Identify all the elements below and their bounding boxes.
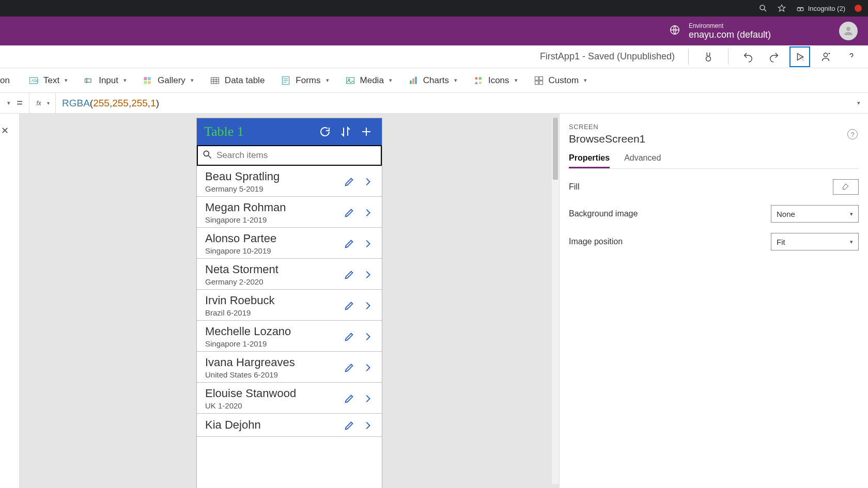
svg-rect-14 xyxy=(148,77,151,80)
list-item[interactable]: Elouise Stanwood UK 1-2020 xyxy=(197,383,382,414)
ribbon-item-partial[interactable]: on xyxy=(0,68,12,93)
list-item[interactable]: Kia Dejohn xyxy=(197,414,382,437)
svg-text:fx: fx xyxy=(36,99,41,106)
formula-bar: ▾ = fx ▾ RGBA(255, 255, 255, 1) ▾ xyxy=(0,93,868,114)
svg-line-41 xyxy=(209,156,211,159)
list-item[interactable]: Mechelle Lozano Singapore 1-2019 xyxy=(197,321,382,352)
input-icon xyxy=(83,75,95,86)
chevron-right-icon[interactable] xyxy=(360,391,376,406)
list-item[interactable]: Neta Storment Germany 2-2020 xyxy=(197,259,382,290)
tab-properties[interactable]: Properties xyxy=(569,153,610,168)
help-button[interactable] xyxy=(841,46,862,67)
search-input[interactable] xyxy=(216,150,377,161)
item-name: Kia Dejohn xyxy=(205,418,338,432)
edit-icon[interactable] xyxy=(342,267,357,282)
add-icon[interactable] xyxy=(358,123,375,140)
refresh-icon[interactable] xyxy=(317,123,333,140)
star-icon[interactable] xyxy=(777,4,786,13)
canvas[interactable]: Table 1 Beau Spratling Germany 5-2019 Me… xyxy=(20,114,559,488)
preview-play-button[interactable] xyxy=(789,46,810,67)
svg-rect-35 xyxy=(535,76,538,80)
incognito-indicator[interactable]: Incognito (2) xyxy=(796,4,845,13)
environment-value: enayu.com (default) xyxy=(689,29,771,40)
edit-icon[interactable] xyxy=(342,205,357,221)
prop-fill-label: Fill xyxy=(569,182,833,192)
ribbon-charts-button[interactable]: Charts▾ xyxy=(408,75,457,86)
property-dropdown[interactable]: ▾ xyxy=(0,93,10,114)
ribbon-text-button[interactable]: Abc Text▾ xyxy=(28,75,68,86)
canvas-scrollbar[interactable] xyxy=(552,118,559,484)
browse-gallery[interactable]: Beau Spratling Germany 5-2019 Megan Rohm… xyxy=(197,166,382,488)
chevron-right-icon[interactable] xyxy=(360,236,376,251)
app-screen-title: Table 1 xyxy=(204,124,313,139)
chevron-right-icon[interactable] xyxy=(360,329,376,344)
list-item[interactable]: Megan Rohman Singapore 1-2019 xyxy=(197,197,382,228)
app-checker-button[interactable] xyxy=(698,46,719,67)
fx-button[interactable]: fx ▾ xyxy=(29,93,56,113)
item-subtitle: Singapore 10-2019 xyxy=(205,246,338,255)
svg-point-34 xyxy=(479,81,482,84)
ribbon-icons-button[interactable]: Icons▾ xyxy=(473,75,518,86)
ribbon-forms-button[interactable]: Forms▾ xyxy=(280,75,329,86)
share-button[interactable] xyxy=(815,46,836,67)
fill-color-picker[interactable] xyxy=(833,179,859,195)
bgimage-select[interactable]: None ▾ xyxy=(771,205,859,223)
ribbon-input-button[interactable]: Input▾ xyxy=(83,75,127,86)
search-row xyxy=(197,145,382,166)
list-item[interactable]: Alonso Partee Singapore 10-2019 xyxy=(197,228,382,259)
edit-icon[interactable] xyxy=(342,418,357,433)
svg-rect-15 xyxy=(144,81,147,84)
edit-icon[interactable] xyxy=(342,174,357,190)
edit-icon[interactable] xyxy=(342,298,357,313)
datatable-icon xyxy=(209,75,221,86)
chevron-right-icon[interactable] xyxy=(360,174,376,190)
formula-input[interactable]: RGBA(255, 255, 255, 1) xyxy=(56,93,849,113)
zoom-icon[interactable] xyxy=(758,4,768,13)
list-item[interactable]: Ivana Hargreaves United States 6-2019 xyxy=(197,352,382,383)
close-icon[interactable]: ✕ xyxy=(1,125,9,136)
edit-icon[interactable] xyxy=(342,236,357,251)
incognito-icon xyxy=(796,4,805,13)
list-item[interactable]: Irvin Roebuck Brazil 6-2019 xyxy=(197,290,382,321)
gallery-icon xyxy=(142,75,153,86)
item-subtitle: Germany 5-2019 xyxy=(205,184,338,193)
chevron-right-icon[interactable] xyxy=(360,418,376,433)
chevron-right-icon[interactable] xyxy=(360,360,376,375)
tab-advanced[interactable]: Advanced xyxy=(624,153,661,168)
browser-close-icon[interactable] xyxy=(855,5,862,12)
svg-rect-38 xyxy=(539,81,542,84)
item-name: Megan Rohman xyxy=(205,201,338,214)
chevron-right-icon[interactable] xyxy=(360,205,376,221)
list-item[interactable]: Beau Spratling Germany 5-2019 xyxy=(197,166,382,197)
item-subtitle: Brazil 6-2019 xyxy=(205,308,338,317)
item-subtitle: Singapore 1-2019 xyxy=(205,339,338,348)
phone-preview: Table 1 Beau Spratling Germany 5-2019 Me… xyxy=(196,118,382,488)
redo-button[interactable] xyxy=(764,46,784,67)
formula-expand-button[interactable]: ▾ xyxy=(849,100,868,106)
panel-help-icon[interactable]: ? xyxy=(847,129,858,139)
scroll-thumb[interactable] xyxy=(553,118,558,180)
svg-rect-32 xyxy=(479,77,482,80)
main-area: ✕ Table 1 Beau Spratling Germany 5-2019 … xyxy=(0,114,868,488)
ribbon-gallery-button[interactable]: Gallery▾ xyxy=(142,75,194,86)
environment-label: Environment xyxy=(689,22,771,29)
svg-rect-37 xyxy=(535,81,538,84)
item-subtitle: United States 6-2019 xyxy=(205,370,338,379)
undo-button[interactable] xyxy=(738,46,758,67)
svg-point-0 xyxy=(760,5,765,10)
edit-icon[interactable] xyxy=(342,360,357,375)
svg-point-40 xyxy=(204,151,209,156)
app-header: FirstApp1 - Saved (Unpublished) xyxy=(0,45,868,68)
edit-icon[interactable] xyxy=(342,391,357,406)
ribbon-datatable-button[interactable]: Data table xyxy=(209,75,265,86)
chevron-right-icon[interactable] xyxy=(360,267,376,282)
ribbon-media-button[interactable]: Media▾ xyxy=(345,75,392,86)
sort-icon[interactable] xyxy=(337,123,354,140)
edit-icon[interactable] xyxy=(342,329,357,344)
chevron-right-icon[interactable] xyxy=(360,298,376,313)
item-subtitle: Germany 2-2020 xyxy=(205,277,338,286)
avatar[interactable] xyxy=(839,22,858,40)
svg-rect-36 xyxy=(539,76,542,80)
image-position-select[interactable]: Fit ▾ xyxy=(771,233,859,250)
ribbon-custom-button[interactable]: Custom▾ xyxy=(533,75,587,86)
